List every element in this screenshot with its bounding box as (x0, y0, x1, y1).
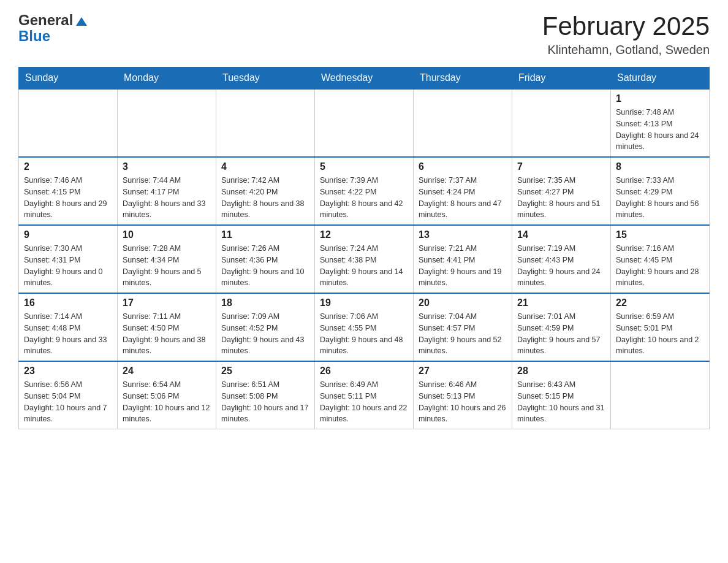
day-number: 15 (616, 229, 704, 240)
day-info: Sunrise: 7:16 AMSunset: 4:45 PMDaylight:… (616, 243, 704, 289)
calendar-cell: 26Sunrise: 6:49 AMSunset: 5:11 PMDayligh… (315, 361, 414, 429)
day-info: Sunrise: 6:54 AMSunset: 5:06 PMDaylight:… (123, 379, 211, 425)
calendar-cell (216, 89, 315, 157)
svg-marker-0 (76, 17, 87, 26)
calendar-cell: 28Sunrise: 6:43 AMSunset: 5:15 PMDayligh… (512, 361, 611, 429)
calendar-cell (315, 89, 414, 157)
calendar-subtitle: Klintehamn, Gotland, Sweden (542, 43, 710, 57)
day-info: Sunrise: 7:01 AMSunset: 4:59 PMDaylight:… (517, 311, 605, 357)
calendar-cell: 16Sunrise: 7:14 AMSunset: 4:48 PMDayligh… (19, 293, 118, 361)
calendar-cell (611, 361, 710, 429)
day-number: 27 (419, 366, 507, 377)
day-info: Sunrise: 7:37 AMSunset: 4:24 PMDaylight:… (419, 175, 507, 221)
day-number: 1 (616, 93, 704, 104)
day-info: Sunrise: 7:33 AMSunset: 4:29 PMDaylight:… (616, 175, 704, 221)
day-number: 9 (24, 229, 112, 240)
week-row-5: 23Sunrise: 6:56 AMSunset: 5:04 PMDayligh… (19, 361, 710, 429)
calendar-cell: 19Sunrise: 7:06 AMSunset: 4:55 PMDayligh… (315, 293, 414, 361)
calendar-cell: 25Sunrise: 6:51 AMSunset: 5:08 PMDayligh… (216, 361, 315, 429)
day-number: 25 (221, 366, 309, 377)
day-info: Sunrise: 6:51 AMSunset: 5:08 PMDaylight:… (221, 379, 309, 425)
day-number: 11 (221, 229, 309, 240)
col-header-sunday: Sunday (19, 67, 118, 90)
calendar-cell: 12Sunrise: 7:24 AMSunset: 4:38 PMDayligh… (315, 225, 414, 293)
day-number: 26 (320, 366, 408, 377)
calendar-cell: 23Sunrise: 6:56 AMSunset: 5:04 PMDayligh… (19, 361, 118, 429)
calendar-cell: 7Sunrise: 7:35 AMSunset: 4:27 PMDaylight… (512, 157, 611, 225)
calendar-cell: 9Sunrise: 7:30 AMSunset: 4:31 PMDaylight… (19, 225, 118, 293)
col-header-thursday: Thursday (414, 67, 512, 90)
day-number: 16 (24, 297, 112, 308)
calendar-cell: 15Sunrise: 7:16 AMSunset: 4:45 PMDayligh… (611, 225, 710, 293)
title-block: February 2025 Klintehamn, Gotland, Swede… (542, 12, 710, 57)
calendar-cell: 14Sunrise: 7:19 AMSunset: 4:43 PMDayligh… (512, 225, 611, 293)
day-number: 28 (517, 366, 605, 377)
day-number: 13 (419, 229, 507, 240)
col-header-monday: Monday (118, 67, 216, 90)
calendar-cell: 13Sunrise: 7:21 AMSunset: 4:41 PMDayligh… (414, 225, 512, 293)
calendar-cell: 11Sunrise: 7:26 AMSunset: 4:36 PMDayligh… (216, 225, 315, 293)
day-info: Sunrise: 7:11 AMSunset: 4:50 PMDaylight:… (123, 311, 211, 357)
day-number: 8 (616, 161, 704, 172)
day-number: 21 (517, 297, 605, 308)
day-info: Sunrise: 7:04 AMSunset: 4:57 PMDaylight:… (419, 311, 507, 357)
col-header-saturday: Saturday (611, 67, 710, 90)
calendar-cell (512, 89, 611, 157)
day-number: 10 (123, 229, 211, 240)
day-info: Sunrise: 7:46 AMSunset: 4:15 PMDaylight:… (24, 175, 112, 221)
calendar-cell: 20Sunrise: 7:04 AMSunset: 4:57 PMDayligh… (414, 293, 512, 361)
week-row-4: 16Sunrise: 7:14 AMSunset: 4:48 PMDayligh… (19, 293, 710, 361)
calendar-cell: 21Sunrise: 7:01 AMSunset: 4:59 PMDayligh… (512, 293, 611, 361)
logo-blue-text: Blue (18, 28, 50, 44)
day-number: 24 (123, 366, 211, 377)
calendar-cell (118, 89, 216, 157)
day-number: 14 (517, 229, 605, 240)
calendar-cell: 6Sunrise: 7:37 AMSunset: 4:24 PMDaylight… (414, 157, 512, 225)
calendar-cell: 5Sunrise: 7:39 AMSunset: 4:22 PMDaylight… (315, 157, 414, 225)
day-number: 4 (221, 161, 309, 172)
day-info: Sunrise: 7:14 AMSunset: 4:48 PMDaylight:… (24, 311, 112, 357)
calendar-cell (414, 89, 512, 157)
day-info: Sunrise: 6:56 AMSunset: 5:04 PMDaylight:… (24, 379, 112, 425)
day-info: Sunrise: 7:24 AMSunset: 4:38 PMDaylight:… (320, 243, 408, 289)
calendar-cell: 1Sunrise: 7:48 AMSunset: 4:13 PMDaylight… (611, 89, 710, 157)
col-header-tuesday: Tuesday (216, 67, 315, 90)
logo-triangle-icon (75, 16, 88, 27)
day-info: Sunrise: 7:30 AMSunset: 4:31 PMDaylight:… (24, 243, 112, 289)
day-info: Sunrise: 7:06 AMSunset: 4:55 PMDaylight:… (320, 311, 408, 357)
calendar-cell: 24Sunrise: 6:54 AMSunset: 5:06 PMDayligh… (118, 361, 216, 429)
day-number: 2 (24, 161, 112, 172)
calendar-cell: 17Sunrise: 7:11 AMSunset: 4:50 PMDayligh… (118, 293, 216, 361)
day-info: Sunrise: 7:09 AMSunset: 4:52 PMDaylight:… (221, 311, 309, 357)
calendar-cell: 8Sunrise: 7:33 AMSunset: 4:29 PMDaylight… (611, 157, 710, 225)
day-info: Sunrise: 7:28 AMSunset: 4:34 PMDaylight:… (123, 243, 211, 289)
calendar-cell: 2Sunrise: 7:46 AMSunset: 4:15 PMDaylight… (19, 157, 118, 225)
page-header: General Blue February 2025 Klintehamn, G… (18, 12, 710, 57)
col-header-wednesday: Wednesday (315, 67, 414, 90)
day-number: 3 (123, 161, 211, 172)
day-info: Sunrise: 7:19 AMSunset: 4:43 PMDaylight:… (517, 243, 605, 289)
week-row-2: 2Sunrise: 7:46 AMSunset: 4:15 PMDaylight… (19, 157, 710, 225)
day-number: 17 (123, 297, 211, 308)
day-info: Sunrise: 7:26 AMSunset: 4:36 PMDaylight:… (221, 243, 309, 289)
day-number: 7 (517, 161, 605, 172)
week-row-1: 1Sunrise: 7:48 AMSunset: 4:13 PMDaylight… (19, 89, 710, 157)
day-info: Sunrise: 6:46 AMSunset: 5:13 PMDaylight:… (419, 379, 507, 425)
day-number: 18 (221, 297, 309, 308)
day-info: Sunrise: 7:35 AMSunset: 4:27 PMDaylight:… (517, 175, 605, 221)
logo: General Blue (18, 12, 88, 45)
calendar-cell: 18Sunrise: 7:09 AMSunset: 4:52 PMDayligh… (216, 293, 315, 361)
calendar-title: February 2025 (542, 12, 710, 40)
day-number: 19 (320, 297, 408, 308)
day-number: 6 (419, 161, 507, 172)
col-header-friday: Friday (512, 67, 611, 90)
day-number: 5 (320, 161, 408, 172)
week-row-3: 9Sunrise: 7:30 AMSunset: 4:31 PMDaylight… (19, 225, 710, 293)
calendar-cell (19, 89, 118, 157)
day-info: Sunrise: 7:42 AMSunset: 4:20 PMDaylight:… (221, 175, 309, 221)
day-info: Sunrise: 7:39 AMSunset: 4:22 PMDaylight:… (320, 175, 408, 221)
calendar-cell: 27Sunrise: 6:46 AMSunset: 5:13 PMDayligh… (414, 361, 512, 429)
calendar-table: SundayMondayTuesdayWednesdayThursdayFrid… (18, 67, 710, 429)
calendar-cell: 10Sunrise: 7:28 AMSunset: 4:34 PMDayligh… (118, 225, 216, 293)
day-info: Sunrise: 6:49 AMSunset: 5:11 PMDaylight:… (320, 379, 408, 425)
